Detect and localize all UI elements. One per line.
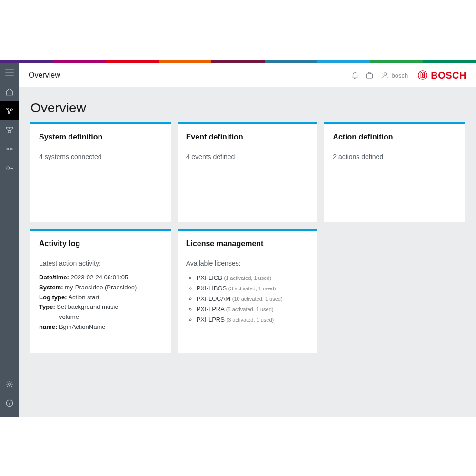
sidebar-item-keys[interactable] bbox=[0, 159, 19, 178]
svg-point-1 bbox=[11, 109, 13, 110]
card-summary: 4 events defined bbox=[186, 153, 309, 160]
svg-point-9 bbox=[9, 383, 11, 386]
content-area: Overview System definition 4 systems con… bbox=[19, 87, 476, 416]
user-menu[interactable]: bosch bbox=[381, 71, 408, 79]
svg-point-13 bbox=[418, 71, 427, 79]
svg-point-12 bbox=[384, 73, 386, 75]
card-title: System definition bbox=[39, 133, 162, 141]
card-license-management[interactable]: License management Available licenses: P… bbox=[178, 229, 318, 353]
menu-toggle[interactable] bbox=[0, 63, 19, 82]
card-activity-log[interactable]: Activity log Latest action activity: Dat… bbox=[30, 229, 171, 353]
briefcase-icon bbox=[365, 71, 374, 79]
app-window: Overview bosch BOSCH Overview System def… bbox=[0, 60, 476, 416]
key-icon bbox=[5, 164, 14, 172]
license-item: PXI-LIBGS (3 activated, 1 used) bbox=[197, 283, 309, 294]
zones-icon bbox=[5, 145, 14, 153]
svg-point-7 bbox=[10, 148, 13, 150]
svg-point-6 bbox=[7, 148, 9, 150]
license-item: PXI-LICB (1 activated, 1 used) bbox=[197, 273, 309, 283]
sidebar-item-zones[interactable] bbox=[0, 139, 19, 159]
info-icon bbox=[5, 399, 14, 407]
workspace-button[interactable] bbox=[362, 68, 377, 82]
card-summary: 2 actions defined bbox=[333, 153, 456, 160]
home-icon bbox=[5, 88, 14, 96]
notifications-button[interactable] bbox=[348, 68, 362, 82]
sidebar bbox=[0, 63, 19, 416]
network-icon bbox=[5, 107, 14, 115]
svg-rect-11 bbox=[366, 74, 373, 78]
svg-rect-3 bbox=[6, 127, 9, 129]
license-item: PXI-LPRA (5 activated, 1 used) bbox=[197, 304, 309, 315]
license-item: PXI-LPRS (3 activated, 1 used) bbox=[197, 315, 309, 325]
sidebar-item-info[interactable] bbox=[0, 394, 19, 413]
devices-icon bbox=[5, 126, 14, 134]
empty-grid-cell bbox=[324, 229, 465, 353]
card-title: Action definition bbox=[333, 133, 456, 141]
brand-logo: BOSCH bbox=[417, 70, 466, 81]
bosch-anchor-icon bbox=[417, 70, 428, 80]
card-title: License management bbox=[186, 239, 309, 248]
svg-rect-5 bbox=[8, 131, 11, 133]
page-heading: Overview bbox=[30, 100, 465, 116]
topbar: Overview bosch BOSCH bbox=[19, 63, 476, 87]
person-icon bbox=[381, 71, 389, 79]
card-summary: 4 systems connected bbox=[39, 153, 162, 160]
bell-icon bbox=[351, 71, 359, 79]
card-action-definition[interactable]: Action definition 2 actions defined bbox=[324, 122, 465, 222]
card-system-definition[interactable]: System definition 4 systems connected bbox=[30, 122, 171, 222]
svg-rect-4 bbox=[10, 127, 13, 129]
svg-point-0 bbox=[7, 108, 9, 110]
license-lead: Available licenses: bbox=[186, 259, 309, 267]
sidebar-item-devices[interactable] bbox=[0, 120, 19, 139]
sidebar-item-overview[interactable] bbox=[0, 101, 19, 120]
user-name: bosch bbox=[392, 72, 408, 79]
svg-point-8 bbox=[7, 167, 10, 169]
sidebar-item-home[interactable] bbox=[0, 82, 19, 101]
gear-icon bbox=[5, 380, 14, 388]
hamburger-icon bbox=[5, 69, 14, 76]
card-event-definition[interactable]: Event definition 4 events defined bbox=[178, 122, 318, 222]
activity-lead: Latest action activity: bbox=[39, 259, 162, 267]
cards-grid: System definition 4 systems connected Ev… bbox=[30, 122, 465, 353]
card-title: Activity log bbox=[39, 239, 162, 248]
card-title: Event definition bbox=[186, 133, 309, 141]
license-item: PXI-LOCAM (10 activated, 1 used) bbox=[197, 294, 309, 304]
activity-details: Date/time: 2023-02-24 06:01:05 System: m… bbox=[39, 273, 162, 332]
brand-color-bar bbox=[0, 60, 476, 63]
page-title-small: Overview bbox=[29, 71, 60, 79]
license-list: PXI-LICB (1 activated, 1 used) PXI-LIBGS… bbox=[186, 273, 309, 325]
sidebar-item-settings[interactable] bbox=[0, 375, 19, 394]
brand-wordmark: BOSCH bbox=[431, 70, 466, 81]
